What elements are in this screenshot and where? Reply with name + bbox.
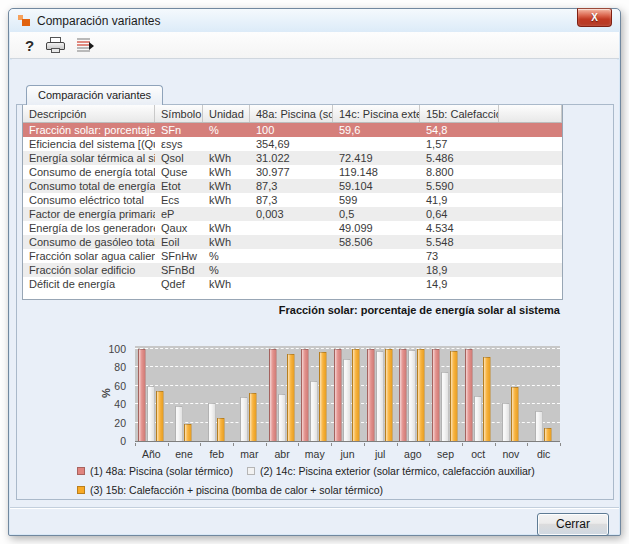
bar-group (527, 346, 560, 441)
x-tick-label: may (298, 448, 331, 460)
table-cell: 5.590 (420, 179, 499, 193)
table-cell: 354,69 (250, 137, 333, 151)
table-cell: 5.548 (420, 235, 499, 249)
bar (399, 349, 407, 441)
bar (287, 354, 295, 441)
table-cell: Eoil (155, 235, 203, 249)
table-cell (499, 249, 562, 263)
bar-group (168, 346, 201, 441)
y-tick-label: 20 (77, 417, 126, 429)
table-cell: 0,003 (250, 207, 333, 221)
title-bar[interactable]: Comparación variantes (9, 9, 620, 32)
bar (376, 351, 384, 441)
table-cell (203, 137, 250, 151)
bar (367, 349, 375, 441)
table-cell: 73 (420, 249, 499, 263)
table-cell: 59,6 (333, 123, 420, 137)
table-cell (333, 263, 420, 277)
table-cell: Etot (155, 179, 203, 193)
bar (249, 393, 257, 441)
legend-row: (1) 48a: Piscina (solar térmico)(2) 14c:… (77, 465, 577, 477)
table-cell: kWh (203, 193, 250, 207)
table-cell: 14,9 (420, 277, 499, 291)
table-cell: % (203, 263, 250, 277)
bar (156, 391, 164, 441)
table-cell: εsys (155, 137, 203, 151)
bar (301, 349, 309, 441)
table-row[interactable]: Energía de los generadores de c...QauxkW… (23, 221, 562, 235)
tab-comparacion-variantes[interactable]: Comparación variantes (26, 85, 163, 105)
table-cell: Consumo de energía total (23, 165, 155, 179)
bar (417, 349, 425, 441)
table-cell: SFnBd (155, 263, 203, 277)
table-cell: 54,8 (420, 123, 499, 137)
comparison-table: DescripciónSímboloUnidad48a: Piscina (so… (22, 105, 563, 300)
table-row[interactable]: Consumo eléctrico totalEcskWh87,359941,9 (23, 193, 562, 207)
table-cell (499, 277, 562, 291)
x-axis-labels: Añoenefebmarabrmayjunjulagosepoctnovdic (135, 448, 560, 460)
table-cell: 58.506 (333, 235, 420, 249)
table-cell: Energía de los generadores de c... (23, 221, 155, 235)
window-title: Comparación variantes (37, 14, 160, 28)
bar (432, 349, 440, 441)
table-row[interactable]: Factor de energía primariaeP0,0030,50,64 (23, 207, 562, 221)
table-cell: 18,9 (420, 263, 499, 277)
table-cell (499, 165, 562, 179)
table-cell: Consumo eléctrico total (23, 193, 155, 207)
x-tick-label: feb (200, 448, 233, 460)
print-icon[interactable] (46, 37, 65, 53)
table-cell: Factor de energía primaria (23, 207, 155, 221)
table-cell: Qdef (155, 277, 203, 291)
chart-title: Fracción solar: porcentaje de energía so… (17, 304, 560, 316)
bar-group (233, 346, 266, 441)
table-row[interactable]: Consumo de gasóleo totalEoilkWh58.5065.5… (23, 235, 562, 249)
column-header: Descripción (23, 105, 155, 122)
bar (278, 394, 286, 441)
bar (184, 424, 192, 441)
table-cell: kWh (203, 235, 250, 249)
table-row[interactable]: Déficit de energíaQdefkWh14,9 (23, 277, 562, 291)
bar-group (298, 346, 331, 441)
legend-label: (2) 14c: Piscina exterior (solar térmico… (260, 465, 535, 477)
table-cell: 100 (250, 123, 333, 137)
chart-legend: (1) 48a: Piscina (solar térmico)(2) 14c:… (77, 465, 577, 503)
bar (147, 386, 155, 441)
table-cell (250, 249, 333, 263)
table-row[interactable]: Consumo total de energía eléctri...Etotk… (23, 179, 562, 193)
y-tick-label: 60 (77, 380, 126, 392)
window-close-icon[interactable]: X (577, 8, 612, 27)
table-row[interactable]: Fracción solar edificioSFnBd%18,9 (23, 263, 562, 277)
table-cell (499, 207, 562, 221)
table-row[interactable]: Consumo de energía totalQusekWh30.977119… (23, 165, 562, 179)
bar (175, 406, 183, 441)
table-row[interactable]: Fracción solar agua caliente san...SFnHw… (23, 249, 562, 263)
export-report-icon[interactable] (77, 38, 94, 52)
table-row[interactable]: Fracción solar: porcentaje de en...SFn%1… (23, 123, 562, 137)
table-row[interactable]: Eficiencia del sistema [(Quse+Ei...εsys3… (23, 137, 562, 151)
bar-group (429, 346, 462, 441)
bar-group (462, 346, 495, 441)
column-header: Símbolo (155, 105, 203, 122)
table-cell: 49.099 (333, 221, 420, 235)
table-cell (250, 263, 333, 277)
table-cell: 0,5 (333, 207, 420, 221)
cerrar-button[interactable]: Cerrar (537, 513, 609, 536)
bar (544, 428, 552, 441)
x-tick-label: ene (168, 448, 201, 460)
footer-separator (10, 507, 619, 509)
table-cell: % (203, 249, 250, 263)
table-cell: Fracción solar edificio (23, 263, 155, 277)
table-cell (499, 151, 562, 165)
help-icon[interactable]: ? (25, 37, 34, 54)
table-cell: kWh (203, 277, 250, 291)
bar (217, 418, 225, 441)
table-cell: Energía solar térmica al sistema (23, 151, 155, 165)
table-cell: 59.104 (333, 179, 420, 193)
table-row[interactable]: Energía solar térmica al sistemaQsolkWh3… (23, 151, 562, 165)
table-cell: kWh (203, 221, 250, 235)
bar (138, 349, 146, 441)
table-cell: SFn (155, 123, 203, 137)
table-cell: Consumo de gasóleo total (23, 235, 155, 249)
bar (474, 396, 482, 441)
legend-swatch-icon (247, 467, 255, 475)
